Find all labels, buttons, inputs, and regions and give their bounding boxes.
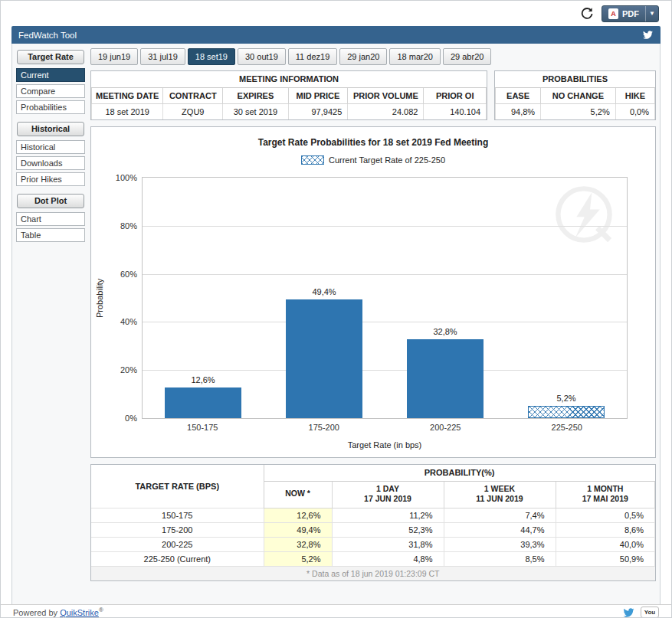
tab-29-jan20[interactable]: 29 jan20 [339, 48, 387, 65]
sub-header-line: 1 DAY [376, 484, 399, 493]
fedwatch-screen: A PDF ▼ FedWatch Tool Target Rate Curren… [0, 0, 672, 618]
pdf-button[interactable]: A PDF [602, 6, 645, 21]
sidebar-item-current[interactable]: Current [16, 68, 85, 82]
col-1-day: 1 DAY 17 JUN 2019 [332, 481, 444, 508]
ytick-40: 40% [120, 317, 137, 326]
col-prior-oi: PRIOR OI [424, 87, 487, 103]
bar-value-label: 49,4% [312, 287, 336, 296]
ytick-60: 60% [120, 270, 137, 279]
xtick-175-200: 175-200 [264, 423, 385, 432]
twitter-icon[interactable] [642, 30, 654, 40]
bar-slot-175-200: 49,4% [264, 178, 385, 418]
probability-table-panel: TARGET RATE (BPS) PROBABILITY(%) NOW * 1… [90, 464, 656, 581]
plot-area: 100% 80% 60% 40% 20% 0% [142, 177, 628, 419]
sidebar-header-target-rate[interactable]: Target Rate [17, 50, 84, 64]
xtick-225-250: 225-250 [506, 423, 628, 432]
col-1-week: 1 WEEK 11 JUN 2019 [444, 481, 556, 508]
sub-header-line: NOW * [285, 489, 310, 498]
prior-volume-value: 24.082 [348, 103, 424, 119]
sub-header-line: 17 MAI 2019 [556, 494, 655, 505]
plot-column: 100% 80% 60% 40% 20% 0% [108, 177, 628, 450]
tab-31-jul19[interactable]: 31 jul19 [140, 48, 185, 65]
meeting-date-value: 18 set 2019 [92, 103, 163, 119]
bar-value-label: 5,2% [556, 394, 575, 403]
bar-value-label: 12,6% [191, 375, 215, 384]
bar-200-225 [407, 339, 484, 418]
week-value: 7,4% [444, 508, 556, 522]
meeting-information-table: MEETING INFORMATION MEETING DATE CONTRAC… [91, 71, 487, 119]
table-row: 225-250 (Current) 5,2% 4,8% 8,5% 50,9% [91, 551, 655, 566]
youtube-icon[interactable]: You [641, 607, 659, 617]
col-meeting-date: MEETING DATE [92, 87, 163, 103]
page-title: FedWatch Tool [18, 31, 642, 40]
now-value: 5,2% [264, 551, 332, 566]
tab-30-out19[interactable]: 30 out19 [238, 48, 286, 65]
tab-11-dez19[interactable]: 11 dez19 [288, 48, 337, 65]
xtick-200-225: 200-225 [385, 423, 506, 432]
sidebar-item-downloads[interactable]: Downloads [16, 156, 85, 170]
x-tick-labels: 150-175 175-200 200-225 225-250 [142, 423, 628, 432]
col-prior-volume: PRIOR VOLUME [348, 87, 424, 103]
chart-body: Probability 100% 80% 60% 40% 20% [91, 177, 655, 450]
col-now: NOW * [264, 481, 332, 508]
week-value: 44,7% [444, 522, 556, 537]
ease-value: 94,8% [496, 103, 541, 119]
twitter-footer-icon[interactable] [622, 607, 635, 618]
meeting-tabs: 19 jun19 31 jul19 18 set19 30 out19 11 d… [90, 48, 656, 65]
fedwatch-header: FedWatch Tool [11, 26, 661, 44]
sidebar-item-historical[interactable]: Historical [16, 140, 85, 154]
month-value: 8,6% [556, 522, 655, 537]
table-row: 175-200 49,4% 52,3% 44,7% 8,6% [91, 522, 655, 537]
col-1-month: 1 MONTH 17 MAI 2019 [556, 481, 655, 508]
probabilities-title: PROBABILITIES [496, 71, 655, 87]
pdf-file-icon: A [608, 8, 618, 19]
col-hike: HIKE [615, 87, 654, 103]
sidebar-item-chart[interactable]: Chart [16, 212, 85, 226]
sidebar: Target Rate Current Compare Probabilitie… [16, 48, 85, 604]
bar-225-250-current [528, 406, 605, 418]
pdf-label: PDF [622, 9, 639, 18]
sidebar-item-table[interactable]: Table [16, 228, 85, 242]
sidebar-item-compare[interactable]: Compare [16, 84, 85, 98]
pdf-dropdown-button[interactable]: ▼ [645, 6, 658, 21]
hike-value: 0,0% [615, 103, 654, 119]
prior-oi-value: 140.104 [424, 103, 487, 119]
bar-slot-200-225: 32,8% [385, 178, 506, 418]
day-value: 52,3% [332, 522, 444, 537]
sub-header-line: 17 JUN 2019 [333, 494, 444, 505]
sub-header-line: 1 WEEK [484, 484, 515, 493]
sidebar-item-prior-hikes[interactable]: Prior Hikes [16, 172, 85, 186]
ytick-100: 100% [116, 173, 137, 182]
pdf-button-group: A PDF ▼ [602, 5, 659, 22]
sidebar-item-probabilities[interactable]: Probabilities [16, 100, 85, 114]
y-axis-title: Probability [91, 177, 108, 419]
ytick-0: 0% [125, 414, 137, 423]
week-value: 39,3% [444, 537, 556, 551]
tab-18-mar20[interactable]: 18 mar20 [389, 48, 440, 65]
tab-19-jun19[interactable]: 19 jun19 [90, 48, 138, 65]
refresh-button[interactable] [579, 6, 595, 21]
rate-cell: 200-225 [91, 537, 264, 551]
main-column: 19 jun19 31 jul19 18 set19 30 out19 11 d… [90, 48, 656, 604]
topbar: A PDF ▼ [1, 1, 671, 26]
tab-18-set19[interactable]: 18 set19 [188, 48, 235, 65]
xtick-150-175: 150-175 [142, 423, 264, 432]
sub-header-line: 11 JUN 2019 [444, 494, 556, 505]
legend-hatch-swatch-icon [301, 155, 324, 165]
col-expires: EXPIRES [223, 87, 288, 103]
expires-value: 30 set 2019 [223, 103, 288, 119]
powered-by: Powered by QuikStrike® [13, 607, 103, 617]
bar-value-label: 32,8% [433, 327, 457, 336]
probability-group-header: PROBABILITY(%) [264, 465, 655, 481]
probabilities-panel: PROBABILITIES EASE NO CHANGE HIKE 94,8% … [494, 70, 656, 120]
sidebar-header-dot-plot[interactable]: Dot Plot [17, 194, 84, 208]
day-value: 11,2% [332, 508, 444, 522]
quikstrike-link[interactable]: QuikStrike [60, 608, 99, 617]
data-as-of-footnote: * Data as of 18 jun 2019 01:23:09 CT [91, 566, 655, 580]
bar-slot-225-250: 5,2% [506, 178, 627, 418]
sidebar-header-historical[interactable]: Historical [17, 122, 84, 136]
day-value: 4,8% [332, 551, 444, 566]
tab-29-abr20[interactable]: 29 abr20 [443, 48, 491, 65]
chart-panel: Target Rate Probabilities for 18 set 201… [90, 126, 656, 458]
target-rate-bps-header: TARGET RATE (BPS) [91, 465, 264, 508]
